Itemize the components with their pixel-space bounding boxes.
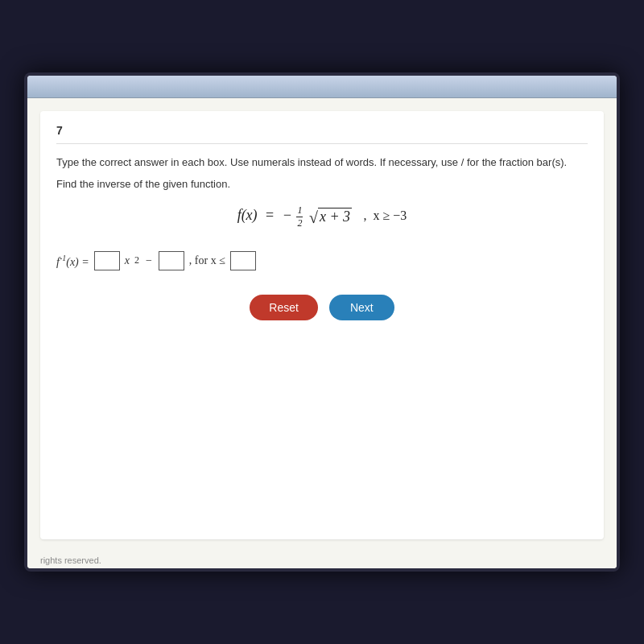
screen-inner: 7 Type the correct answer in each box. U… [27,76,617,568]
screen-bezel: 7 Type the correct answer in each box. U… [24,72,620,572]
negative-sign: − [283,207,292,223]
comma-for: , for x ≤ [189,254,225,267]
answer-row: f-1(x) = x2 − , for x ≤ [56,251,588,270]
button-row: Reset Next [56,295,588,320]
sqrt-content: x + 3 [318,208,352,226]
footer-text: rights reserved. [27,552,617,568]
question-card: 7 Type the correct answer in each box. U… [40,111,604,539]
content-area: 7 Type the correct answer in each box. U… [27,98,617,568]
equals-sign: = [266,207,274,223]
task-label: Find the inverse of the given function. [56,178,588,190]
formula-lhs: f(x) [237,207,258,223]
next-button[interactable]: Next [329,295,394,320]
sqrt-symbol: √ [309,209,318,225]
bound-input[interactable] [230,251,256,270]
condition: , x ≥ −3 [364,208,407,222]
minus-sign: − [146,254,152,267]
sqrt-expression: √ x + 3 [309,208,352,226]
exponent-2: 2 [134,254,139,266]
question-number: 7 [56,124,588,144]
x-squared: x [125,254,130,267]
fraction-half: 1 2 [296,204,303,229]
constant-input[interactable] [159,251,184,270]
reset-button[interactable]: Reset [250,295,318,320]
instructions-text: Type the correct answer in each box. Use… [56,155,588,170]
formula-display: f(x) = − 1 2 √ x + 3 , x ≥ −3 [56,204,588,229]
coefficient-input[interactable] [94,251,120,270]
inverse-label: f-1(x) = [56,254,89,269]
top-bar [27,76,617,98]
